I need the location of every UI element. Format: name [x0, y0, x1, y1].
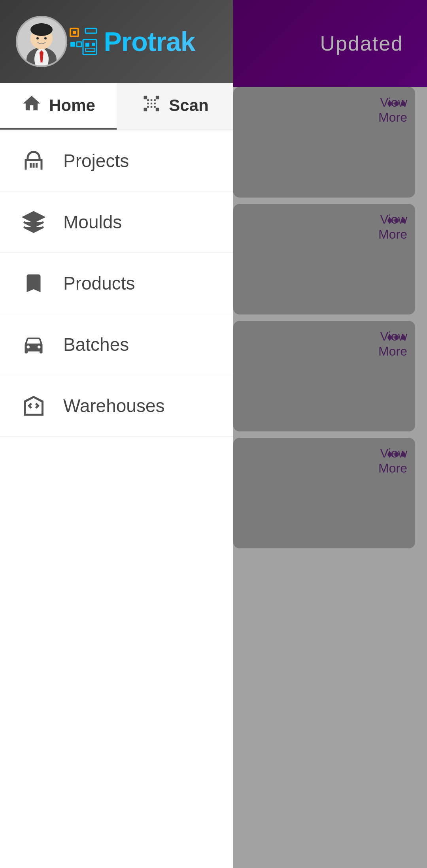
svg-rect-9	[73, 31, 76, 34]
menu-item-warehouses[interactable]: Warehouses	[0, 375, 233, 437]
batches-label: Batches	[63, 334, 129, 355]
batches-icon	[20, 331, 47, 358]
logo-text: Protrak	[104, 26, 195, 57]
home-icon	[21, 93, 42, 118]
svg-rect-16	[85, 48, 95, 51]
menu-item-products[interactable]: Products	[0, 253, 233, 314]
menu-item-batches[interactable]: Batches	[0, 314, 233, 375]
svg-rect-10	[85, 28, 96, 33]
avatar-image	[18, 18, 65, 65]
tab-home-label: Home	[49, 96, 95, 115]
projects-icon	[20, 147, 47, 175]
tab-scan[interactable]: Scan	[117, 83, 233, 130]
svg-point-7	[44, 37, 47, 40]
tab-scan-label: Scan	[169, 96, 208, 115]
nav-tabs: Home Scan	[0, 83, 233, 130]
moulds-label: Moulds	[63, 211, 122, 233]
projects-label: Projects	[63, 150, 129, 171]
svg-point-6	[36, 37, 39, 40]
warehouses-label: Warehouses	[63, 395, 165, 416]
svg-rect-15	[92, 43, 95, 46]
svg-point-5	[30, 23, 53, 36]
warehouses-icon	[20, 392, 47, 420]
tab-home[interactable]: Home	[0, 83, 117, 130]
app-logo: Protrak	[70, 26, 195, 57]
svg-rect-12	[77, 42, 81, 47]
logo-icon	[70, 28, 97, 55]
avatar[interactable]	[16, 16, 67, 67]
menu-item-moulds[interactable]: Moulds	[0, 192, 233, 253]
products-icon	[20, 269, 47, 297]
menu-item-projects[interactable]: Projects	[0, 130, 233, 192]
svg-rect-13	[83, 40, 96, 55]
svg-rect-14	[85, 43, 89, 47]
menu-items: Projects Moulds Products	[0, 130, 233, 868]
scan-icon	[141, 93, 162, 118]
navigation-drawer: Protrak Home Scan	[0, 0, 233, 868]
moulds-icon	[20, 208, 47, 236]
drawer-header: Protrak	[0, 0, 233, 83]
products-label: Products	[63, 273, 135, 294]
svg-rect-11	[70, 42, 75, 47]
